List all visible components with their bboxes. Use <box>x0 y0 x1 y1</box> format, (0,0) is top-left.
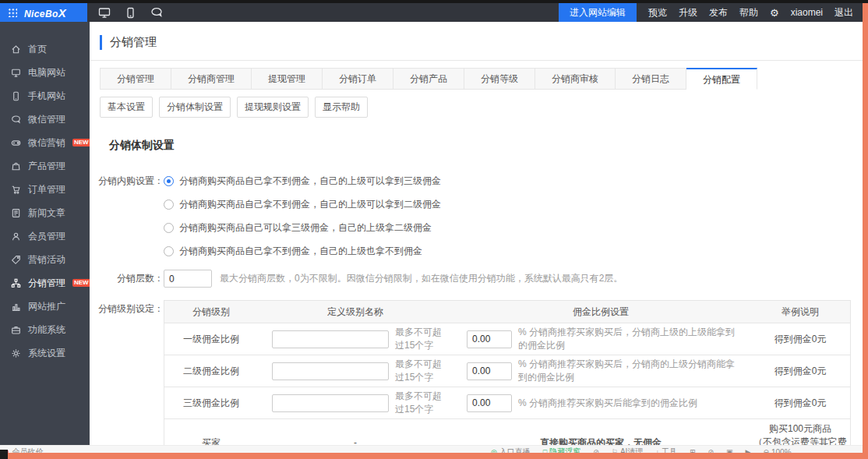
inner-purchase-options: 分销商购买商品自己拿不到佣金，自己的上级可以拿到三级佣金 分销商购买商品自己拿不… <box>164 175 441 258</box>
buyer-name-cell: - <box>258 428 453 445</box>
tab-distribution-orders[interactable]: 分销订单 <box>323 68 393 90</box>
topbar-right: 进入网站编辑 预览 升级 发布 帮助 ⚙ xiaomei 退出 <box>559 3 863 22</box>
rate-desc: % 分销商推荐买家购买后，分销商上级的上级能拿到的佣金比例 <box>518 326 743 352</box>
sidebar-item-members[interactable]: 会员管理 <box>0 224 90 248</box>
col-header-level: 分销级别 <box>164 301 258 323</box>
wechat-view-icon[interactable] <box>150 7 164 18</box>
inner-purchase-label: 分销内购设置： <box>90 164 164 188</box>
name-length-hint: 最多不可超过15个字 <box>395 390 446 416</box>
logo-text: NiceBoX <box>24 6 66 19</box>
topbar: NiceBoX 进入网站编辑 预览 升级 发布 帮助 ⚙ xiaomei 退出 <box>0 3 863 22</box>
help-link[interactable]: 帮助 <box>739 6 758 19</box>
sidebar-item-home[interactable]: 首页 <box>0 37 90 61</box>
taskbar-item-tools[interactable]: ↓工具 <box>655 447 677 453</box>
tab-distribution-levels[interactable]: 分销等级 <box>464 68 535 90</box>
col-header-example: 举例说明 <box>749 301 852 323</box>
config-sub-buttons: 基本设置 分销体制设置 提现规则设置 显示帮助 <box>100 97 852 118</box>
desktop-view-icon[interactable] <box>98 7 111 19</box>
apps-grid-icon[interactable] <box>8 8 17 17</box>
withdraw-rules-button[interactable]: 提现规则设置 <box>237 97 309 118</box>
tab-distribution-manage[interactable]: 分销管理 <box>100 68 171 90</box>
bottom-taskbar: ■ 会员砍价 ◎入口直播 □隐藏浮窗 ⊘ ⚐AI清理 ↓工具 ⊞ ⊘ ▣ ▶ ⊖… <box>0 445 863 453</box>
level-setting-label: 分销级别设定： <box>90 300 164 316</box>
level-name: 二级佣金比例 <box>164 360 258 383</box>
radio-option-4[interactable]: 分销商购买商品自己拿不到佣金，自己的上级也拿不到佣金 <box>164 245 441 258</box>
new-badge: NEW <box>72 279 90 287</box>
layers-hint: 最大分销商层数，0为不限制。因微信分销限制，如在微信使用分销功能，系统默认最高只… <box>220 272 623 285</box>
sidebar: 首页 电脑网站 手机网站 微信管理 微信营销 NEW 产品管理 订单管理 <box>0 22 90 445</box>
sidebar-item-functions[interactable]: 功能系统 <box>0 318 90 341</box>
tab-distributor-review[interactable]: 分销商审核 <box>535 68 616 90</box>
commission-level-table: 分销级别 定义级别名称 佣金比例设置 举例说明 一级佣金比例 最多不可超过15个… <box>164 300 851 445</box>
app-logo[interactable]: NiceBoX <box>0 3 87 22</box>
preview-link[interactable]: 预览 <box>648 6 667 19</box>
radio-option-2[interactable]: 分销商购买商品自己拿不到佣金，自己的上级可以拿到二级佣金 <box>164 198 441 211</box>
main-content: 分销管理 分销管理 分销商管理 提现管理 分销订单 分销产品 分销等级 分销商审… <box>90 22 863 445</box>
name-length-hint: 最多不可超过15个字 <box>395 326 446 352</box>
sidebar-item-orders[interactable]: 订单管理 <box>0 178 90 201</box>
sidebar-item-system-settings[interactable]: 系统设置 <box>0 341 90 365</box>
example-cell: 得到佣金0元 <box>749 360 852 383</box>
taskbar-item-hide-float[interactable]: □隐藏浮窗 <box>543 447 580 453</box>
right-scrollbar[interactable] <box>863 3 868 459</box>
table-header-row: 分销级别 定义级别名称 佣金比例设置 举例说明 <box>164 301 850 323</box>
level1-name-input[interactable] <box>272 330 389 348</box>
enter-site-editor-button[interactable]: 进入网站编辑 <box>559 3 637 22</box>
settings-gear-icon[interactable]: ⚙ <box>770 7 779 19</box>
level2-rate-input[interactable] <box>467 362 512 380</box>
upgrade-link[interactable]: 升级 <box>679 6 697 19</box>
taskbar-left[interactable]: ■ 会员砍价 <box>5 447 43 453</box>
buyer-desc-cell: 直接购买商品的买家，无佣金 <box>453 428 749 445</box>
level3-rate-input[interactable] <box>467 394 512 412</box>
rate-desc: % 分销商推荐买家购买后，分销商的上级分销商能拿到的佣金比例 <box>518 358 743 384</box>
radio-icon[interactable] <box>164 199 174 210</box>
taskbar-item-ai-clean[interactable]: ⚐AI清理 <box>612 447 644 453</box>
page-title: 分销管理 <box>100 35 863 50</box>
sidebar-item-marketing[interactable]: 营销活动 <box>0 248 90 271</box>
sidebar-item-desktop-site[interactable]: 电脑网站 <box>0 61 90 84</box>
radio-option-3[interactable]: 分销商购买商品自己可以拿三级佣金，自己的上级拿二级佣金 <box>164 221 441 235</box>
table-row-level3: 三级佣金比例 最多不可超过15个字 % 分销商推荐买家购买后能拿到的佣金比例 得… <box>164 387 850 418</box>
tab-distribution-logs[interactable]: 分销日志 <box>616 68 686 90</box>
taskbar-item-live[interactable]: ◎入口直播 <box>491 447 531 453</box>
sidebar-item-products[interactable]: 产品管理 <box>0 154 90 178</box>
taskbar-right: ◎入口直播 □隐藏浮窗 ⊘ ⚐AI清理 ↓工具 ⊞ ⊘ ▣ ▶ ⊖100% <box>491 447 792 453</box>
level1-rate-input[interactable] <box>467 330 512 348</box>
level3-name-input[interactable] <box>272 394 389 412</box>
sidebar-item-promotion[interactable]: 网站推广 <box>0 295 90 318</box>
mobile-view-icon[interactable] <box>126 7 135 19</box>
publish-link[interactable]: 发布 <box>709 6 728 19</box>
example-cell: 得到佣金0元 <box>749 328 852 351</box>
tab-distribution-products[interactable]: 分销产品 <box>393 68 464 90</box>
layers-input[interactable] <box>164 270 212 288</box>
app-window: NiceBoX 进入网站编辑 预览 升级 发布 帮助 ⚙ xiaomei 退出 <box>0 0 868 459</box>
system-settings-button[interactable]: 分销体制设置 <box>159 97 231 118</box>
col-header-rate: 佣金比例设置 <box>453 301 749 323</box>
table-row-level1: 一级佣金比例 最多不可超过15个字 % 分销商推荐买家购买后，分销商上级的上级能… <box>164 323 850 355</box>
sidebar-item-wechat-marketing[interactable]: 微信营销 NEW <box>0 131 90 154</box>
level-name: 一级佣金比例 <box>164 328 258 351</box>
radio-icon[interactable] <box>164 246 174 256</box>
logout-link[interactable]: 退出 <box>834 6 853 19</box>
radio-icon[interactable] <box>164 176 174 186</box>
sidebar-item-distribution[interactable]: 分销管理 NEW <box>0 271 90 295</box>
bottom-orange-bar <box>0 453 863 459</box>
level-name: 买家 <box>164 428 258 445</box>
sidebar-item-mobile-site[interactable]: 手机网站 <box>0 84 90 108</box>
tab-distributor-manage[interactable]: 分销商管理 <box>171 68 252 90</box>
show-help-button[interactable]: 显示帮助 <box>315 97 368 118</box>
level2-name-input[interactable] <box>272 362 389 380</box>
radio-option-1[interactable]: 分销商购买商品自己拿不到佣金，自己的上级可以拿到三级佣金 <box>164 175 441 188</box>
username[interactable]: xiaomei <box>791 7 823 18</box>
basic-settings-button[interactable]: 基本设置 <box>100 97 153 118</box>
radio-icon[interactable] <box>164 223 174 233</box>
rate-desc: % 分销商推荐买家购买后能拿到的佣金比例 <box>518 397 697 410</box>
new-badge: NEW <box>72 139 90 147</box>
tab-distribution-config[interactable]: 分销配置 <box>686 68 757 90</box>
device-switcher <box>87 3 164 22</box>
level-name: 三级佣金比例 <box>164 392 258 415</box>
table-row-level2: 二级佣金比例 最多不可超过15个字 % 分销商推荐买家购买后，分销商的上级分销商… <box>164 355 850 387</box>
sidebar-item-news[interactable]: 新闻文章 <box>0 201 90 224</box>
sidebar-item-wechat[interactable]: 微信管理 <box>0 108 90 131</box>
tab-withdraw-manage[interactable]: 提现管理 <box>252 68 323 90</box>
